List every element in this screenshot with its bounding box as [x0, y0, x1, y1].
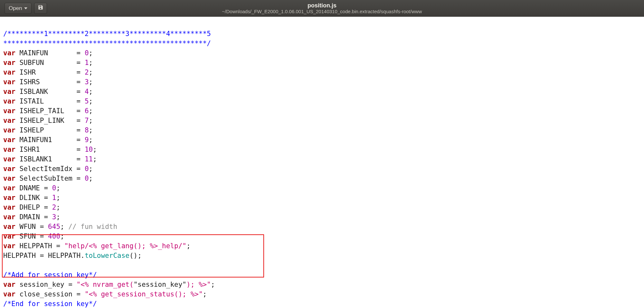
function: toLowerCase: [85, 252, 129, 259]
keyword: var: [3, 290, 15, 298]
keyword: var: [3, 194, 15, 202]
keyword: var: [3, 136, 15, 144]
string: "<% get_session_status(); %>": [85, 290, 203, 298]
caret-down-icon: [24, 7, 27, 9]
ident: ISHR1: [20, 146, 40, 153]
number: 0: [52, 184, 56, 192]
keyword: var: [3, 68, 15, 76]
number: 2: [52, 204, 56, 211]
comment: // fun width: [64, 223, 117, 231]
ident: HELPPATH = HELPPATH.: [3, 252, 85, 259]
keyword: var: [3, 165, 15, 173]
number: 0: [85, 49, 89, 57]
keyword: var: [3, 107, 15, 115]
ident: SelectItemIdx: [20, 165, 72, 173]
keyword: var: [3, 175, 15, 182]
number: 7: [85, 117, 89, 124]
ident: ISHRS: [20, 78, 40, 86]
ident: ISBLANK: [20, 88, 48, 95]
ident: ISBLANK1: [20, 155, 52, 163]
comment: /*Add for session key*/: [3, 271, 97, 279]
number: 8: [85, 126, 89, 134]
window-title: position.js: [0, 2, 644, 9]
number: 3: [52, 213, 56, 221]
keyword: var: [3, 223, 15, 231]
number: 0: [85, 165, 89, 173]
comment: /*End for session key*/: [3, 300, 97, 308]
keyword: var: [3, 213, 15, 221]
ident: close_session: [20, 290, 72, 298]
keyword: var: [3, 78, 15, 86]
number: 9: [85, 136, 89, 144]
number: 1: [52, 194, 56, 202]
ident: ISHELP_LINK: [20, 117, 64, 124]
ident: DHELP: [20, 204, 40, 211]
number: 0: [85, 175, 89, 182]
header-bar: Open position.js ~/Downloads/_FW_E2000_1…: [0, 0, 644, 17]
title-block: position.js ~/Downloads/_FW_E2000_1.0.06…: [0, 2, 644, 14]
keyword: var: [3, 88, 15, 95]
ident: DLINK: [20, 194, 40, 202]
ident: MAINFUN: [20, 49, 48, 57]
window-subtitle: ~/Downloads/_FW_E2000_1.0.06.001_US_2014…: [0, 9, 644, 14]
keyword: var: [3, 97, 15, 105]
ident: session_key: [20, 281, 64, 288]
ident: ISHELP_TAIL: [20, 107, 64, 115]
number: 645: [48, 223, 60, 231]
ident: MAINFUN1: [20, 136, 52, 144]
number: 2: [85, 68, 89, 76]
keyword: var: [3, 204, 15, 211]
ident: HELPPATH: [20, 242, 52, 250]
save-icon: [38, 5, 43, 12]
keyword: var: [3, 117, 15, 124]
save-button[interactable]: [34, 3, 47, 14]
number: 10: [85, 146, 93, 153]
number: 6: [85, 107, 89, 115]
number: 3: [85, 78, 89, 86]
keyword: var: [3, 184, 15, 192]
ident: SFUN: [20, 232, 36, 240]
keyword: var: [3, 232, 15, 240]
keyword: var: [3, 281, 15, 288]
keyword: var: [3, 242, 15, 250]
ident: ISHELP: [20, 126, 44, 134]
code-editor[interactable]: /*********1*********2*********3*********…: [0, 17, 644, 308]
open-button[interactable]: Open: [5, 3, 32, 14]
ident: ISTAIL: [20, 97, 44, 105]
string: "help/<% get_lang(); %>_help/": [64, 242, 186, 250]
number: 4: [85, 88, 89, 95]
keyword: var: [3, 49, 15, 57]
keyword: var: [3, 126, 15, 134]
ident: DMAIN: [20, 213, 40, 221]
comment-ruler: /*********1*********2*********3*********…: [3, 30, 211, 38]
ident: SelectSubItem: [20, 175, 72, 182]
number: 11: [85, 155, 93, 163]
keyword: var: [3, 146, 15, 153]
ident: DNAME: [20, 184, 40, 192]
string: "<% nvram_get(: [77, 281, 134, 288]
ident: SUBFUN: [20, 59, 44, 67]
number: 400: [48, 232, 60, 240]
keyword: var: [3, 59, 15, 67]
number: 1: [85, 59, 89, 67]
keyword: var: [3, 155, 15, 163]
comment-ruler: ****************************************…: [3, 40, 211, 47]
string: ); %>": [186, 281, 211, 288]
number: 5: [85, 97, 89, 105]
ident: WFUN: [20, 223, 36, 231]
open-button-label: Open: [9, 5, 22, 12]
ident: ISHR: [20, 68, 36, 76]
